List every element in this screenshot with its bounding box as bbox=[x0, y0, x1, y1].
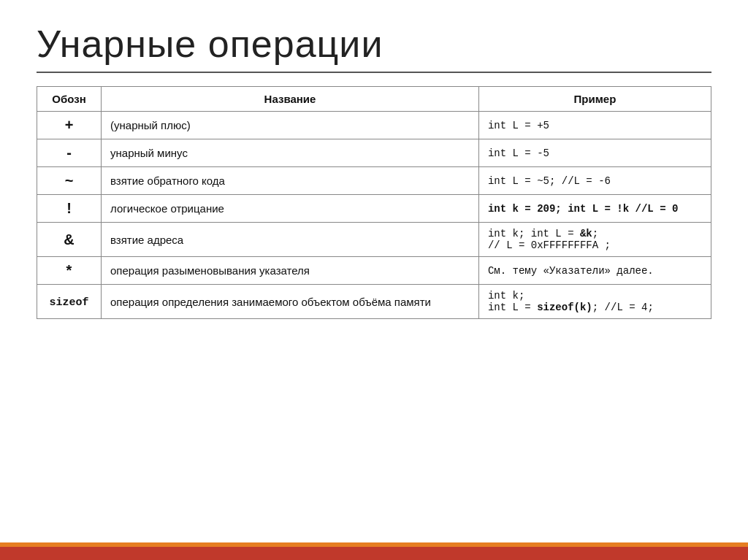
table-row: &взятие адресаint k; int L = &k; // L = … bbox=[37, 223, 711, 257]
cell-example: int k; int L = &k; // L = 0xFFFFFFFFA ; bbox=[478, 223, 711, 257]
cell-name: взятие адреса bbox=[102, 223, 479, 257]
table-header-row: Обозн Название Пример bbox=[37, 87, 711, 112]
table-row: ~взятие обратного кодаint L = ~5; //L = … bbox=[37, 167, 711, 195]
cell-example: int L = -5 bbox=[478, 139, 711, 167]
cell-name: унарный минус bbox=[102, 139, 479, 167]
cell-sign: ! bbox=[37, 195, 102, 223]
slide-content: Унарные операции Обозн Название Пример +… bbox=[0, 0, 748, 560]
cell-sign: ~ bbox=[37, 167, 102, 195]
table-row: +(унарный плюс)int L = +5 bbox=[37, 112, 711, 139]
table-row: !логическое отрицаниеint k = 209; int L … bbox=[37, 195, 711, 223]
table-row: *операция разыменовывания указателяСм. т… bbox=[37, 257, 711, 285]
cell-example: См. тему «Указатели» далее. bbox=[478, 257, 711, 285]
table-row: sizeofоперация определения занимаемого о… bbox=[37, 285, 711, 319]
cell-sign: * bbox=[37, 257, 102, 285]
header-example: Пример bbox=[478, 87, 711, 112]
table-row: -унарный минусint L = -5 bbox=[37, 139, 711, 167]
title-underline bbox=[37, 72, 711, 73]
operations-table: Обозн Название Пример +(унарный плюс)int… bbox=[37, 86, 711, 319]
cell-name: логическое отрицание bbox=[102, 195, 479, 223]
cell-name: операция разыменовывания указателя bbox=[102, 257, 479, 285]
cell-name: (унарный плюс) bbox=[102, 112, 479, 139]
cell-sign: & bbox=[37, 223, 102, 257]
slide-title: Унарные операции bbox=[37, 22, 711, 66]
bottom-red-bar bbox=[0, 547, 748, 560]
cell-example: int L = +5 bbox=[478, 112, 711, 139]
cell-name: взятие обратного кода bbox=[102, 167, 479, 195]
cell-example: int k = 209; int L = !k //L = 0 bbox=[478, 195, 711, 223]
cell-sign: - bbox=[37, 139, 102, 167]
header-name: Название bbox=[102, 87, 479, 112]
cell-name: операция определения занимаемого объекто… bbox=[102, 285, 479, 319]
slide: Унарные операции Обозн Название Пример +… bbox=[0, 0, 748, 560]
table-body: +(унарный плюс)int L = +5-унарный минусi… bbox=[37, 112, 711, 319]
cell-sign: sizeof bbox=[37, 285, 102, 319]
cell-example: int k; int L = sizeof(k); //L = 4; bbox=[478, 285, 711, 319]
cell-example: int L = ~5; //L = -6 bbox=[478, 167, 711, 195]
cell-sign: + bbox=[37, 112, 102, 139]
header-sign: Обозн bbox=[37, 87, 102, 112]
